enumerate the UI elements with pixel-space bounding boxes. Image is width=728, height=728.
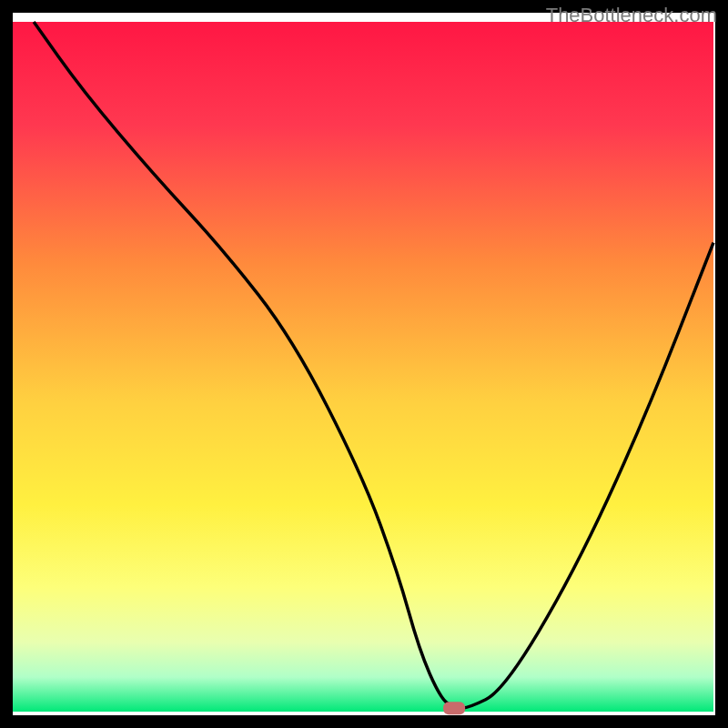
optimal-marker — [443, 702, 465, 714]
chart-svg — [0, 0, 728, 728]
gradient-background — [13, 22, 713, 712]
watermark-text: TheBottleneck.com — [546, 4, 717, 27]
chart-container: TheBottleneck.com — [0, 0, 728, 728]
